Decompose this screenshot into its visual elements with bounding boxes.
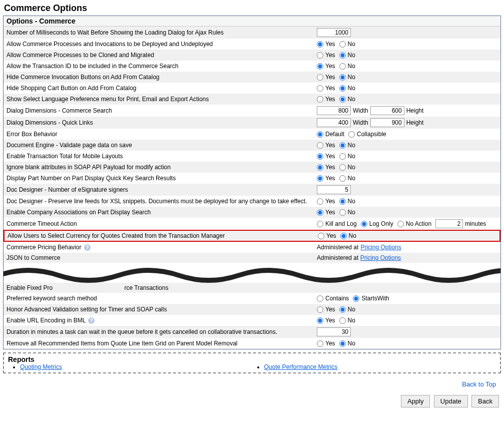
link-pricing-options-2[interactable]: Pricing Options (360, 254, 401, 261)
radio-errbox-default[interactable] (317, 131, 323, 138)
radio-errbox-coll[interactable] (348, 131, 355, 138)
radio-deploy-yes[interactable] (317, 41, 323, 48)
label-text: Enable URL Encoding in BML (7, 317, 86, 324)
radio-txnid-no[interactable] (339, 63, 346, 70)
row-pricing: Commerce Pricing Behavior ? Administered… (4, 242, 500, 253)
update-button[interactable]: Update (434, 395, 468, 407)
link-quote-performance[interactable]: Quote Performance Metrics (264, 363, 338, 370)
radio-timeout-kill[interactable] (317, 221, 323, 227)
radio-honor-yes[interactable] (317, 306, 323, 313)
label-err-box: Error Box Behavior (7, 131, 317, 138)
radio-urlenc-yes[interactable] (317, 317, 323, 324)
radio-honor-no[interactable] (339, 306, 346, 313)
radio-soap-yes[interactable] (317, 164, 323, 171)
radio-label: Yes (325, 198, 335, 205)
radio-label: No (348, 85, 355, 92)
apply-button[interactable]: Apply (401, 395, 430, 407)
radio-lang-yes[interactable] (317, 96, 323, 103)
label-clone: Allow Commerce Processes to be Cloned an… (7, 52, 317, 59)
radio-label: Yes (325, 63, 335, 70)
input-dim-search-h[interactable] (370, 106, 404, 115)
radio-txntot-yes[interactable] (317, 153, 323, 160)
label-esig: Doc Designer - Number of eSignature sign… (7, 186, 317, 193)
radio-partnum-yes[interactable] (317, 175, 323, 182)
radio-currency-yes[interactable] (318, 233, 324, 239)
radio-label: Kill and Log (325, 220, 357, 227)
row-deploy: Allow Commerce Processes and Invocations… (4, 39, 500, 50)
label-honor: Honor Advanced Validation setting for Ti… (7, 306, 317, 313)
radio-txnid-yes[interactable] (317, 63, 323, 70)
link-quoting-metrics[interactable]: Quoting Metrics (20, 363, 62, 370)
label-deploy: Allow Commerce Processes and Invocations… (7, 41, 317, 48)
radio-timeout-log[interactable] (361, 221, 367, 227)
radio-label: Yes (325, 85, 335, 92)
radio-label: Yes (325, 96, 335, 103)
radio-label: No (348, 209, 355, 216)
radio-clone-yes[interactable] (317, 52, 323, 59)
radio-removerec-yes[interactable] (317, 340, 323, 347)
row-url-enc: Enable URL Encoding in BML ? Yes No (4, 315, 500, 326)
radio-hide-inv-no[interactable] (339, 74, 346, 81)
back-to-top-link[interactable]: Back to Top (2, 376, 502, 392)
radio-removerec-no[interactable] (339, 340, 346, 347)
radio-partnum-no[interactable] (339, 175, 346, 182)
label-hide-cart: Hide Shopping Cart Button on Add From Ca… (7, 85, 317, 92)
label-soap-blank: Ignore blank attributes in SOAP API Payl… (7, 164, 317, 171)
input-esig[interactable] (317, 185, 351, 194)
radio-lf-no[interactable] (339, 198, 346, 205)
radio-deploy-no[interactable] (339, 41, 346, 48)
radio-doceng-no[interactable] (339, 142, 346, 149)
help-icon[interactable]: ? (84, 244, 91, 251)
row-esig: Doc Designer - Number of eSignature sign… (4, 184, 500, 196)
radio-hide-inv-yes[interactable] (317, 74, 323, 81)
row-honor: Honor Advanced Validation setting for Ti… (4, 304, 500, 315)
radio-label: No (348, 340, 355, 347)
radio-doceng-yes[interactable] (317, 142, 323, 149)
frag-text: Enable Fixed Pro (7, 284, 53, 291)
label-text: Commerce Pricing Behavior (7, 244, 81, 251)
radio-label: No (348, 96, 355, 103)
radio-label: No (348, 63, 355, 70)
radio-label: No (349, 232, 356, 239)
input-duration[interactable] (317, 327, 351, 336)
radio-label: Collapsible (357, 131, 386, 138)
back-button[interactable]: Back (471, 395, 499, 407)
options-section: Options - Commerce Number of Millisecond… (3, 16, 501, 349)
label-currency: Allow Users to Select Currency for Quote… (8, 232, 318, 239)
radio-startswith[interactable] (353, 295, 359, 302)
text-minutes: minutes (465, 220, 486, 227)
link-pricing-options[interactable]: Pricing Options (360, 244, 401, 251)
radio-timeout-none[interactable] (397, 221, 404, 227)
radio-hide-cart-yes[interactable] (317, 85, 323, 92)
label-remove-rec: Remove all Recommended Items from Quote … (7, 340, 317, 347)
radio-clone-no[interactable] (339, 52, 346, 59)
row-timeout: Commerce Timeout Action Kill and Log Log… (4, 218, 500, 230)
radio-ca-no[interactable] (339, 209, 346, 216)
input-dim-search-w[interactable] (317, 106, 351, 115)
radio-ca-yes[interactable] (317, 209, 323, 216)
input-ms-wait[interactable] (317, 28, 351, 37)
input-timeout-min[interactable] (435, 219, 463, 228)
radio-label: No (348, 153, 355, 160)
label-part-num: Display Part Number on Part Display Quic… (7, 175, 317, 182)
truncation-wave-icon (4, 263, 500, 283)
radio-label: Yes (325, 41, 335, 48)
radio-hide-cart-no[interactable] (339, 85, 346, 92)
radio-txntot-no[interactable] (339, 153, 346, 160)
row-txn-total: Enable Transaction Total for Mobile Layo… (4, 151, 500, 162)
radio-urlenc-no[interactable] (339, 317, 346, 324)
radio-soap-no[interactable] (339, 164, 346, 171)
radio-currency-no[interactable] (340, 233, 347, 239)
row-err-box: Error Box Behavior Default Collapsible (4, 129, 500, 140)
radio-label: No (348, 306, 355, 313)
input-dim-quick-h[interactable] (370, 118, 404, 127)
radio-contains[interactable] (317, 295, 323, 302)
help-icon[interactable]: ? (88, 317, 95, 324)
row-txnid: Allow the Transaction ID to be included … (4, 61, 500, 72)
row-remove-rec: Remove all Recommended Items from Quote … (4, 338, 500, 349)
input-dim-quick-w[interactable] (317, 118, 351, 127)
radio-lf-yes[interactable] (317, 198, 323, 205)
row-part-num: Display Part Number on Part Display Quic… (4, 173, 500, 184)
radio-lang-no[interactable] (339, 96, 346, 103)
row-dim-search: Dialog Dimensions - Commerce Search Widt… (4, 105, 500, 117)
